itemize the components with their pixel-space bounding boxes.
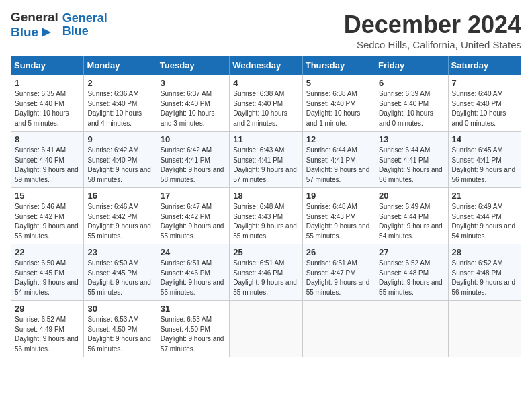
day-number: 30 xyxy=(87,304,152,314)
day-detail: Sunrise: 6:44 AM Sunset: 4:41 PM Dayligh… xyxy=(306,146,370,183)
day-detail: Sunrise: 6:42 AM Sunset: 4:41 PM Dayligh… xyxy=(161,146,224,183)
day-detail: Sunrise: 6:49 AM Sunset: 4:44 PM Dayligh… xyxy=(379,203,443,240)
day-detail: Sunrise: 6:43 AM Sunset: 4:41 PM Dayligh… xyxy=(233,146,297,183)
calendar-day-cell: 10 Sunrise: 6:42 AM Sunset: 4:41 PM Dayl… xyxy=(157,132,229,188)
day-detail: Sunrise: 6:41 AM Sunset: 4:40 PM Dayligh… xyxy=(15,146,79,183)
day-detail: Sunrise: 6:47 AM Sunset: 4:42 PM Dayligh… xyxy=(161,203,224,240)
day-of-week-header: Monday xyxy=(84,56,157,75)
day-of-week-header: Wednesday xyxy=(230,56,302,75)
day-of-week-header: Thursday xyxy=(302,56,375,75)
calendar-week-row: 8 Sunrise: 6:41 AM Sunset: 4:40 PM Dayli… xyxy=(11,132,521,188)
calendar-day-cell: 8 Sunrise: 6:41 AM Sunset: 4:40 PM Dayli… xyxy=(11,132,84,188)
calendar-subtitle: Sedco Hills, California, United States xyxy=(344,39,521,50)
day-detail: Sunrise: 6:38 AM Sunset: 4:40 PM Dayligh… xyxy=(306,90,361,127)
day-detail: Sunrise: 6:53 AM Sunset: 4:50 PM Dayligh… xyxy=(87,316,151,353)
calendar-day-cell: 9 Sunrise: 6:42 AM Sunset: 4:40 PM Dayli… xyxy=(84,132,157,188)
day-detail: Sunrise: 6:52 AM Sunset: 4:48 PM Dayligh… xyxy=(379,259,443,296)
calendar-day-cell: 7 Sunrise: 6:40 AM Sunset: 4:40 PM Dayli… xyxy=(448,75,521,132)
calendar-day-cell: 6 Sunrise: 6:39 AM Sunset: 4:40 PM Dayli… xyxy=(375,75,448,132)
calendar-day-cell: 21 Sunrise: 6:49 AM Sunset: 4:44 PM Dayl… xyxy=(448,188,521,244)
calendar-day-cell xyxy=(302,301,375,357)
day-number: 29 xyxy=(15,304,80,314)
day-detail: Sunrise: 6:46 AM Sunset: 4:42 PM Dayligh… xyxy=(87,203,151,240)
calendar-day-cell: 26 Sunrise: 6:51 AM Sunset: 4:47 PM Dayl… xyxy=(302,244,375,301)
day-number: 16 xyxy=(87,191,152,201)
logo-general: General xyxy=(11,11,58,25)
day-number: 7 xyxy=(452,78,517,88)
calendar-day-cell: 20 Sunrise: 6:49 AM Sunset: 4:44 PM Dayl… xyxy=(375,188,448,244)
day-number: 13 xyxy=(379,134,444,144)
calendar-table: SundayMondayTuesdayWednesdayThursdayFrid… xyxy=(11,56,521,357)
day-detail: Sunrise: 6:49 AM Sunset: 4:44 PM Dayligh… xyxy=(452,203,516,240)
day-detail: Sunrise: 6:46 AM Sunset: 4:42 PM Dayligh… xyxy=(15,203,79,240)
day-number: 25 xyxy=(233,247,298,257)
calendar-day-cell: 11 Sunrise: 6:43 AM Sunset: 4:41 PM Dayl… xyxy=(230,132,302,188)
day-detail: Sunrise: 6:36 AM Sunset: 4:40 PM Dayligh… xyxy=(87,90,142,127)
calendar-day-cell: 14 Sunrise: 6:45 AM Sunset: 4:41 PM Dayl… xyxy=(448,132,521,188)
calendar-day-cell: 2 Sunrise: 6:36 AM Sunset: 4:40 PM Dayli… xyxy=(84,75,157,132)
calendar-day-cell: 16 Sunrise: 6:46 AM Sunset: 4:42 PM Dayl… xyxy=(84,188,157,244)
day-detail: Sunrise: 6:51 AM Sunset: 4:46 PM Dayligh… xyxy=(233,259,297,296)
day-detail: Sunrise: 6:51 AM Sunset: 4:46 PM Dayligh… xyxy=(161,259,224,296)
calendar-day-cell: 5 Sunrise: 6:38 AM Sunset: 4:40 PM Dayli… xyxy=(302,75,375,132)
calendar-week-row: 15 Sunrise: 6:46 AM Sunset: 4:42 PM Dayl… xyxy=(11,188,521,244)
calendar-day-cell: 24 Sunrise: 6:51 AM Sunset: 4:46 PM Dayl… xyxy=(157,244,229,301)
calendar-day-cell: 3 Sunrise: 6:37 AM Sunset: 4:40 PM Dayli… xyxy=(157,75,229,132)
day-number: 9 xyxy=(87,134,152,144)
day-of-week-header: Tuesday xyxy=(157,56,229,75)
calendar-day-cell: 19 Sunrise: 6:48 AM Sunset: 4:43 PM Dayl… xyxy=(302,188,375,244)
day-number: 2 xyxy=(87,78,152,88)
day-number: 4 xyxy=(233,78,298,88)
calendar-day-cell xyxy=(375,301,448,357)
calendar-header-row: SundayMondayTuesdayWednesdayThursdayFrid… xyxy=(11,56,521,75)
day-detail: Sunrise: 6:38 AM Sunset: 4:40 PM Dayligh… xyxy=(233,90,287,127)
day-number: 14 xyxy=(452,134,517,144)
day-number: 3 xyxy=(161,78,226,88)
day-of-week-header: Friday xyxy=(375,56,448,75)
day-detail: Sunrise: 6:42 AM Sunset: 4:40 PM Dayligh… xyxy=(87,146,151,183)
day-number: 22 xyxy=(15,247,80,257)
calendar-week-row: 1 Sunrise: 6:35 AM Sunset: 4:40 PM Dayli… xyxy=(11,75,521,132)
calendar-day-cell: 30 Sunrise: 6:53 AM Sunset: 4:50 PM Dayl… xyxy=(84,301,157,357)
day-detail: Sunrise: 6:51 AM Sunset: 4:47 PM Dayligh… xyxy=(306,259,370,296)
calendar-week-row: 22 Sunrise: 6:50 AM Sunset: 4:45 PM Dayl… xyxy=(11,244,521,301)
calendar-day-cell: 15 Sunrise: 6:46 AM Sunset: 4:42 PM Dayl… xyxy=(11,188,84,244)
day-detail: Sunrise: 6:44 AM Sunset: 4:41 PM Dayligh… xyxy=(379,146,443,183)
day-of-week-header: Sunday xyxy=(11,56,84,75)
calendar-day-cell xyxy=(230,301,302,357)
calendar-body: 1 Sunrise: 6:35 AM Sunset: 4:40 PM Dayli… xyxy=(11,75,521,357)
day-detail: Sunrise: 6:40 AM Sunset: 4:40 PM Dayligh… xyxy=(452,90,506,127)
day-number: 18 xyxy=(233,191,298,201)
calendar-day-cell: 27 Sunrise: 6:52 AM Sunset: 4:48 PM Dayl… xyxy=(375,244,448,301)
calendar-day-cell: 28 Sunrise: 6:52 AM Sunset: 4:48 PM Dayl… xyxy=(448,244,521,301)
calendar-day-cell: 29 Sunrise: 6:52 AM Sunset: 4:49 PM Dayl… xyxy=(11,301,84,357)
day-number: 20 xyxy=(379,191,444,201)
day-detail: Sunrise: 6:48 AM Sunset: 4:43 PM Dayligh… xyxy=(306,203,370,240)
calendar-day-cell: 22 Sunrise: 6:50 AM Sunset: 4:45 PM Dayl… xyxy=(11,244,84,301)
header: General Blue General Blue December 2024 … xyxy=(11,11,521,50)
day-number: 5 xyxy=(306,78,371,88)
calendar-day-cell: 25 Sunrise: 6:51 AM Sunset: 4:46 PM Dayl… xyxy=(230,244,302,301)
calendar-day-cell: 12 Sunrise: 6:44 AM Sunset: 4:41 PM Dayl… xyxy=(302,132,375,188)
day-number: 8 xyxy=(15,134,80,144)
calendar-day-cell: 1 Sunrise: 6:35 AM Sunset: 4:40 PM Dayli… xyxy=(11,75,84,132)
day-number: 11 xyxy=(233,134,298,144)
day-number: 27 xyxy=(379,247,444,257)
logo-text: General Blue xyxy=(62,12,107,39)
calendar-day-cell xyxy=(448,301,521,357)
day-number: 24 xyxy=(161,247,226,257)
day-detail: Sunrise: 6:37 AM Sunset: 4:40 PM Dayligh… xyxy=(161,90,215,127)
calendar-day-cell: 4 Sunrise: 6:38 AM Sunset: 4:40 PM Dayli… xyxy=(230,75,302,132)
day-number: 10 xyxy=(161,134,226,144)
day-number: 31 xyxy=(161,304,226,314)
calendar-week-row: 29 Sunrise: 6:52 AM Sunset: 4:49 PM Dayl… xyxy=(11,301,521,357)
calendar-day-cell: 18 Sunrise: 6:48 AM Sunset: 4:43 PM Dayl… xyxy=(230,188,302,244)
day-number: 23 xyxy=(87,247,152,257)
day-detail: Sunrise: 6:53 AM Sunset: 4:50 PM Dayligh… xyxy=(161,316,224,353)
day-of-week-header: Saturday xyxy=(448,56,521,75)
calendar-day-cell: 13 Sunrise: 6:44 AM Sunset: 4:41 PM Dayl… xyxy=(375,132,448,188)
day-number: 1 xyxy=(15,78,80,88)
day-number: 12 xyxy=(306,134,371,144)
day-number: 15 xyxy=(15,191,80,201)
day-detail: Sunrise: 6:52 AM Sunset: 4:48 PM Dayligh… xyxy=(452,259,516,296)
